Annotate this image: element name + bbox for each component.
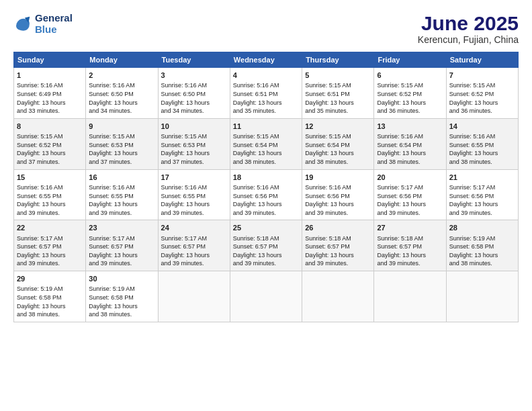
day-info-line: and 36 minutes. — [449, 107, 515, 116]
day-info-line: and 39 minutes. — [89, 209, 154, 218]
day-info-line: Sunset: 6:51 PM — [233, 90, 299, 99]
day-info-line: Sunrise: 5:17 AM — [377, 183, 443, 192]
day-info-line: and 38 minutes. — [233, 158, 299, 167]
day-cell: 11Sunrise: 5:15 AMSunset: 6:54 PMDayligh… — [230, 118, 302, 169]
day-info-line: Sunrise: 5:15 AM — [233, 132, 299, 141]
day-info-line: Sunrise: 5:19 AM — [449, 234, 515, 243]
day-number: 1 — [17, 71, 83, 81]
day-number: 10 — [161, 122, 227, 132]
day-number: 11 — [233, 122, 299, 132]
day-info-line: and 35 minutes. — [305, 107, 371, 116]
day-info-line: Sunset: 6:54 PM — [305, 141, 371, 150]
day-info-line: and 38 minutes. — [377, 158, 443, 167]
day-number: 13 — [377, 122, 443, 132]
day-cell: 9Sunrise: 5:15 AMSunset: 6:53 PMDaylight… — [86, 118, 158, 169]
day-number: 30 — [89, 274, 154, 284]
day-info-line: Daylight: 13 hours — [89, 99, 154, 107]
day-info-line: and 39 minutes. — [305, 259, 371, 268]
day-info-line: Daylight: 13 hours — [161, 251, 227, 260]
day-number: 7 — [449, 71, 515, 81]
day-info-line: and 37 minutes. — [89, 158, 154, 167]
day-cell: 15Sunrise: 5:16 AMSunset: 6:55 PMDayligh… — [14, 169, 86, 220]
day-info-line: Sunrise: 5:15 AM — [449, 81, 515, 90]
week-row-2: 8Sunrise: 5:15 AMSunset: 6:52 PMDaylight… — [14, 118, 519, 169]
day-info-line: and 39 minutes. — [377, 259, 443, 268]
day-info-line: Sunset: 6:53 PM — [161, 141, 227, 150]
day-info-line: and 34 minutes. — [89, 107, 154, 116]
col-header-tuesday: Tuesday — [158, 52, 230, 68]
day-cell: 23Sunrise: 5:17 AMSunset: 6:57 PMDayligh… — [86, 220, 158, 271]
day-info-line: Daylight: 13 hours — [377, 99, 443, 107]
col-header-friday: Friday — [374, 52, 446, 68]
day-number: 14 — [449, 122, 515, 132]
header: General Blue June 2025 Kerencun, Fujian,… — [13, 12, 519, 45]
day-info-line: Sunset: 6:57 PM — [89, 242, 154, 251]
day-number: 20 — [377, 173, 443, 183]
day-info-line: Daylight: 13 hours — [161, 149, 227, 158]
day-cell — [374, 271, 446, 322]
day-info-line: Sunset: 6:57 PM — [161, 242, 227, 251]
day-cell: 16Sunrise: 5:16 AMSunset: 6:55 PMDayligh… — [86, 169, 158, 220]
day-number: 16 — [89, 173, 154, 183]
week-row-4: 22Sunrise: 5:17 AMSunset: 6:57 PMDayligh… — [14, 220, 519, 271]
day-info-line: Sunrise: 5:16 AM — [233, 183, 299, 192]
day-info-line: Sunrise: 5:16 AM — [377, 132, 443, 141]
week-row-5: 29Sunrise: 5:19 AMSunset: 6:58 PMDayligh… — [14, 271, 519, 322]
day-info-line: Sunset: 6:55 PM — [89, 192, 154, 201]
day-number: 18 — [233, 173, 299, 183]
day-info-line: and 39 minutes. — [89, 259, 154, 268]
day-info-line: Sunrise: 5:15 AM — [17, 132, 83, 141]
day-info-line: Daylight: 13 hours — [17, 149, 83, 158]
day-cell: 4Sunrise: 5:16 AMSunset: 6:51 PMDaylight… — [230, 68, 302, 119]
day-cell: 24Sunrise: 5:17 AMSunset: 6:57 PMDayligh… — [158, 220, 230, 271]
day-info-line: Sunset: 6:55 PM — [449, 141, 515, 150]
day-cell: 2Sunrise: 5:16 AMSunset: 6:50 PMDaylight… — [86, 68, 158, 119]
day-info-line: Daylight: 13 hours — [449, 99, 515, 107]
day-cell: 5Sunrise: 5:15 AMSunset: 6:51 PMDaylight… — [302, 68, 374, 119]
header-row: SundayMondayTuesdayWednesdayThursdayFrid… — [14, 52, 519, 68]
day-info-line: Daylight: 13 hours — [17, 99, 83, 107]
day-info-line: and 34 minutes. — [161, 107, 227, 116]
day-info-line: Sunset: 6:52 PM — [377, 90, 443, 99]
day-info-line: Sunset: 6:57 PM — [17, 242, 83, 251]
day-info-line: Sunrise: 5:16 AM — [161, 81, 227, 90]
day-info-line: Daylight: 13 hours — [305, 251, 371, 260]
logo-text: General Blue — [35, 12, 73, 36]
day-number: 3 — [161, 71, 227, 81]
day-info-line: Daylight: 13 hours — [17, 251, 83, 260]
day-cell: 26Sunrise: 5:18 AMSunset: 6:57 PMDayligh… — [302, 220, 374, 271]
day-number: 4 — [233, 71, 299, 81]
day-info-line: Sunrise: 5:19 AM — [89, 285, 154, 293]
day-info-line: Sunset: 6:50 PM — [161, 90, 227, 99]
day-number: 15 — [17, 173, 83, 183]
day-cell: 21Sunrise: 5:17 AMSunset: 6:56 PMDayligh… — [446, 169, 518, 220]
day-info-line: Sunset: 6:55 PM — [161, 192, 227, 201]
day-info-line: and 39 minutes. — [377, 209, 443, 218]
day-number: 17 — [161, 173, 227, 183]
day-info-line: Daylight: 13 hours — [449, 251, 515, 260]
day-number: 12 — [305, 122, 371, 132]
day-info-line: Sunset: 6:54 PM — [233, 141, 299, 150]
day-info-line: Sunrise: 5:16 AM — [17, 81, 83, 90]
day-info-line: and 38 minutes. — [449, 259, 515, 268]
day-cell: 25Sunrise: 5:18 AMSunset: 6:57 PMDayligh… — [230, 220, 302, 271]
day-info-line: Sunrise: 5:15 AM — [305, 132, 371, 141]
day-cell: 22Sunrise: 5:17 AMSunset: 6:57 PMDayligh… — [14, 220, 86, 271]
day-number: 22 — [17, 223, 83, 233]
day-cell: 14Sunrise: 5:16 AMSunset: 6:55 PMDayligh… — [446, 118, 518, 169]
day-info-line: Daylight: 13 hours — [161, 200, 227, 209]
day-info-line: and 39 minutes. — [161, 259, 227, 268]
day-info-line: Sunrise: 5:18 AM — [305, 234, 371, 243]
day-number: 29 — [17, 274, 83, 284]
day-info-line: and 38 minutes. — [17, 310, 83, 319]
day-info-line: and 37 minutes. — [17, 158, 83, 167]
day-info-line: Daylight: 13 hours — [233, 149, 299, 158]
day-info-line: Daylight: 13 hours — [449, 149, 515, 158]
day-number: 28 — [449, 223, 515, 233]
day-info-line: Sunset: 6:58 PM — [17, 293, 83, 302]
day-info-line: Sunset: 6:53 PM — [89, 141, 154, 150]
day-info-line: Sunrise: 5:16 AM — [449, 132, 515, 141]
day-info-line: Sunset: 6:56 PM — [377, 192, 443, 201]
day-info-line: Daylight: 13 hours — [17, 302, 83, 311]
day-info-line: Sunset: 6:57 PM — [377, 242, 443, 251]
